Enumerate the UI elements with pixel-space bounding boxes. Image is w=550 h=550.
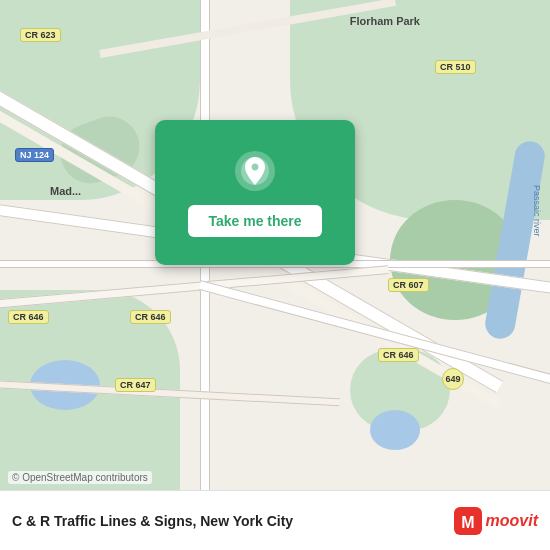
moovit-icon: M [454, 507, 482, 535]
bottom-bar: C & R Traffic Lines & Signs, New York Ci… [0, 490, 550, 550]
map-attribution: © OpenStreetMap contributors [8, 471, 152, 484]
road-badge-649: 649 [442, 368, 464, 390]
location-name: C & R Traffic Lines & Signs, New York Ci… [12, 513, 293, 529]
road-badge-cr646-3: CR 646 [378, 348, 419, 362]
lake [370, 410, 420, 450]
location-pin-icon [233, 149, 277, 193]
bottom-row: C & R Traffic Lines & Signs, New York Ci… [12, 507, 538, 535]
svg-text:M: M [461, 514, 474, 531]
road-badge-cr623: CR 623 [20, 28, 61, 42]
passaic-river-label: Passaic river [532, 185, 542, 237]
moovit-label: moovit [486, 512, 538, 530]
florham-park-label: Florham Park [350, 15, 420, 27]
madison-label: Mad... [50, 185, 81, 197]
road-badge-cr647: CR 647 [115, 378, 156, 392]
map-container: CR 623 NJ 124 CR 510 NJ 124 CR 607 CR 64… [0, 0, 550, 490]
popup-card: Take me there [155, 120, 355, 265]
road-badge-cr510: CR 510 [435, 60, 476, 74]
road-badge-cr646-1: CR 646 [130, 310, 171, 324]
road-badge-cr646-2: CR 646 [8, 310, 49, 324]
road-badge-cr607: CR 607 [388, 278, 429, 292]
road-badge-nj124-1: NJ 124 [15, 148, 54, 162]
take-me-there-button[interactable]: Take me there [188, 205, 321, 237]
moovit-logo: M moovit [454, 507, 538, 535]
